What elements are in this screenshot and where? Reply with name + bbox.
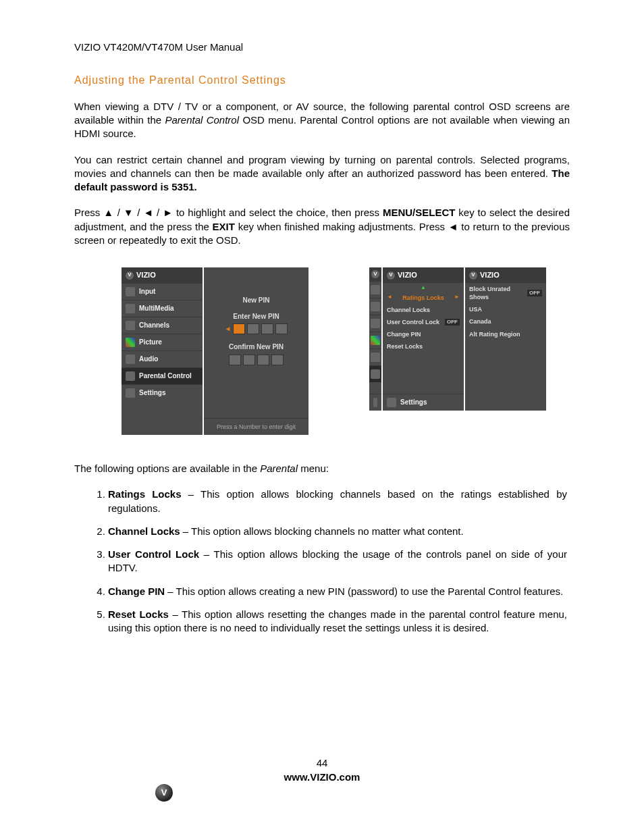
strip-input[interactable]: [369, 281, 381, 298]
rat-usa[interactable]: USA: [465, 303, 546, 315]
pin-digit-2[interactable]: [247, 323, 259, 334]
strip-parental[interactable]: [369, 365, 381, 382]
osd-icon-strip: V: [369, 267, 381, 411]
vizio-logo-icon: V: [126, 271, 134, 280]
pin-digit-3[interactable]: [261, 323, 273, 334]
vizio-logo-icon: V: [387, 271, 395, 280]
paragraph-2: You can restrict certain channel and pro…: [74, 153, 570, 194]
off-badge: OFF: [527, 290, 542, 297]
osd-item-audio[interactable]: Audio: [122, 350, 203, 367]
right-tri-icon: ►: [454, 294, 460, 301]
multimedia-icon: [371, 302, 380, 311]
rat-canada[interactable]: Canada: [465, 315, 546, 328]
parental-icon: [126, 371, 135, 381]
text: Press: [74, 207, 103, 218]
strip-channels[interactable]: [369, 315, 381, 332]
enter-pin-fields[interactable]: ◄: [225, 323, 288, 334]
option-desc: – This option allows creating a new PIN …: [165, 585, 563, 597]
label: Change PIN: [387, 330, 421, 338]
label: User Control Lock: [387, 318, 439, 326]
multimedia-icon: [126, 304, 135, 313]
label: USA: [469, 305, 482, 313]
option-reset-locks: Reset Locks – This option allows resetti…: [108, 608, 570, 635]
picture-icon: [371, 336, 380, 345]
osd-item-input[interactable]: Input: [122, 283, 203, 300]
newpin-title: New PIN: [242, 296, 269, 305]
osd-item-parental[interactable]: Parental Control: [122, 367, 203, 384]
osd-main-sidebar: V VIZIO Input MultiMedia Channels Pictur…: [122, 267, 203, 435]
osd-item-channels[interactable]: Channels: [122, 317, 203, 334]
sub-channel-locks[interactable]: Channel Locks: [383, 304, 464, 316]
pin-digit-1[interactable]: [233, 323, 245, 334]
strip-picture[interactable]: [369, 332, 381, 348]
osd-item-settings[interactable]: Settings: [122, 384, 203, 401]
sub-settings[interactable]: Settings: [383, 394, 464, 411]
vizio-footer-logo-icon: V: [155, 784, 173, 802]
sub-change-pin[interactable]: Change PIN: [383, 328, 464, 340]
arrow-left: ◄: [448, 221, 458, 232]
pin-hint: Press a Number to enter digit: [204, 418, 308, 435]
rat-alt-region[interactable]: Alt Rating Region: [465, 328, 546, 340]
key-exit: EXIT: [213, 221, 235, 232]
label: MultiMedia: [139, 304, 174, 313]
confirm-pin-label: Confirm New PIN: [229, 342, 284, 352]
strip-multimedia[interactable]: [369, 298, 381, 315]
pin-digit-4[interactable]: [275, 323, 288, 334]
osd-newpin-panel: New PIN Enter New PIN ◄ Confirm New PIN …: [204, 267, 308, 435]
left-tri-icon: ◄: [387, 294, 392, 301]
pin-digit-4[interactable]: [271, 355, 284, 365]
text: to highlight and select the choice, then…: [173, 207, 383, 218]
pin-digit-1[interactable]: [229, 355, 241, 365]
parental-icon: [371, 369, 380, 379]
osd-item-multimedia[interactable]: MultiMedia: [122, 300, 203, 317]
label: Alt Rating Region: [469, 330, 520, 338]
text-italic: Parental: [260, 463, 298, 474]
osd-figures: V VIZIO Input MultiMedia Channels Pictur…: [122, 267, 570, 435]
text: menu:: [298, 463, 329, 474]
option-ratings-locks: Ratings Locks – This option allows block…: [108, 488, 570, 515]
strip-audio[interactable]: [369, 348, 381, 365]
label: Audio: [139, 355, 158, 364]
option-title: Change PIN: [108, 585, 165, 597]
footer-url: www.VIZIO.com: [74, 771, 570, 784]
arrow-keys: ▲ / ▼ / ◄ / ►: [103, 207, 173, 218]
option-user-control-lock: User Control Lock – This option allows b…: [108, 548, 570, 575]
option-change-pin: Change PIN – This option allows creating…: [108, 585, 570, 598]
label: Input: [139, 287, 155, 296]
options-intro: The following options are available in t…: [74, 462, 570, 475]
sub-reset-locks[interactable]: Reset Locks: [383, 340, 464, 353]
paragraph-1: When viewing a DTV / TV or a component, …: [74, 100, 570, 141]
rat-block-unrated[interactable]: Block Unrated ShowsOFF: [465, 283, 546, 303]
label: Settings: [139, 388, 165, 398]
osd-brand: V VIZIO: [122, 267, 203, 283]
text: key when finished making adjustments. Pr…: [235, 221, 448, 232]
osd-parental-submenu: VVIZIO ▲ ◄Ratings Locks► Channel Locks U…: [383, 267, 464, 411]
option-desc: – This option allows blocking channels n…: [180, 525, 464, 537]
osd-item-picture[interactable]: Picture: [122, 334, 203, 350]
label: Parental Control: [139, 371, 192, 381]
key-menu: MENU/SELECT: [383, 207, 456, 218]
pin-digit-2[interactable]: [243, 355, 255, 365]
page-footer: 44 www.VIZIO.com: [74, 756, 570, 784]
paragraph-3: Press ▲ / ▼ / ◄ / ► to highlight and sel…: [74, 206, 570, 247]
osd-figure-newpin: V VIZIO Input MultiMedia Channels Pictur…: [122, 267, 308, 435]
input-icon: [126, 287, 135, 296]
brand-text: VIZIO: [480, 270, 500, 280]
label: Channels: [139, 321, 169, 330]
pin-digit-3[interactable]: [257, 355, 269, 365]
label: Canada: [469, 317, 491, 325]
osd-brand-small: V: [369, 267, 381, 281]
sub-user-control-lock[interactable]: User Control LockOFF: [383, 316, 464, 328]
picture-icon: [126, 338, 135, 347]
channels-icon: [371, 319, 380, 328]
option-title: Channel Locks: [108, 525, 180, 537]
label: Block Unrated Shows: [469, 285, 527, 301]
audio-icon: [126, 355, 135, 364]
strip-settings[interactable]: [369, 394, 381, 411]
label: Ratings Locks: [402, 294, 444, 302]
confirm-pin-fields[interactable]: [229, 355, 284, 365]
sub-ratings-locks[interactable]: ◄Ratings Locks►: [383, 292, 464, 304]
label: Settings: [400, 398, 427, 407]
channels-icon: [126, 321, 135, 330]
settings-icon: [373, 398, 377, 407]
